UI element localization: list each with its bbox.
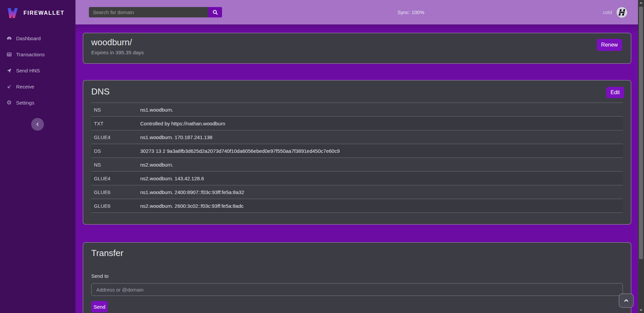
sidebar-item-settings[interactable]: ⚙ Settings [0, 95, 75, 111]
dns-card: DNS Edit NS ns1.woodburn. TXT Controlled… [83, 80, 631, 225]
sidebar-item-label: Receive [16, 84, 34, 89]
record-value: ns1.woodburn. [138, 103, 623, 117]
receive-icon [6, 83, 12, 89]
sidebar-nav: Dashboard Transactions Send HNS Receive … [0, 30, 75, 111]
dns-records-table: NS ns1.woodburn. TXT Controlled by https… [91, 103, 623, 213]
send-to-label: Send to [91, 273, 623, 279]
record-type: NS [91, 103, 138, 117]
record-value: ns2.woodburn. 2600:3c02::f03c:93ff:fe5a:… [138, 199, 623, 213]
record-type: NS [91, 158, 138, 172]
table-row[interactable]: NS ns1.woodburn. [91, 103, 623, 117]
sidebar-collapse-button[interactable] [31, 118, 44, 131]
search-group [89, 7, 222, 17]
firewallet-logo-icon [6, 6, 19, 20]
sidebar-item-label: Transactions [16, 52, 45, 57]
record-value: ns2.woodburn. [138, 158, 623, 172]
record-type: GLUE4 [91, 172, 138, 185]
table-row[interactable]: GLUE6 ns1.woodburn. 2400:8907::f03c:93ff… [91, 185, 623, 199]
record-value: 30273 13 2 9a3a8fb3d625d2a2073d740f10da6… [138, 144, 623, 158]
wallet-indicator[interactable]: cold [603, 0, 628, 24]
record-type: GLUE6 [91, 199, 138, 213]
sidebar-item-dashboard[interactable]: Dashboard [0, 30, 75, 46]
wallet-name: cold [603, 9, 612, 15]
sidebar-item-label: Send HNS [16, 68, 40, 73]
sidebar-item-transactions[interactable]: Transactions [0, 46, 75, 62]
send-button[interactable]: Send [91, 301, 108, 312]
sidebar-item-label: Settings [16, 100, 34, 106]
table-row[interactable]: GLUE4 ns2.woodburn. 143.42.128.6 [91, 172, 623, 185]
scrollbar-thumb[interactable] [639, 7, 643, 259]
brand-name: FIREWALLET [23, 10, 64, 16]
record-value: ns2.woodburn. 143.42.128.6 [138, 172, 623, 185]
chevron-up-icon [623, 298, 629, 304]
scrollbar-up-arrow[interactable] [638, 0, 644, 5]
main-content: woodburn/ Expires in 395.35 days Renew D… [75, 24, 638, 313]
gear-icon: ⚙ [6, 100, 12, 106]
dashboard-icon [6, 35, 12, 41]
transfer-title: Transfer [91, 248, 623, 258]
record-value: ns1.woodburn. 2400:8907::f03c:93ff:fe5a:… [138, 185, 623, 199]
renew-button[interactable]: Renew [597, 39, 622, 51]
send-icon [6, 67, 12, 73]
scrollbar-down-arrow[interactable] [638, 308, 644, 313]
edit-dns-button[interactable]: Edit [606, 87, 624, 98]
record-type: GLUE4 [91, 130, 138, 144]
handshake-logo-icon [616, 6, 628, 18]
domain-expiry: Expires in 395.35 days [91, 50, 623, 56]
transfer-address-input[interactable] [91, 283, 623, 296]
sidebar-item-send-hns[interactable]: Send HNS [0, 62, 75, 78]
scrollbar[interactable] [638, 0, 644, 313]
brand: FIREWALLET [0, 0, 75, 21]
sidebar-item-receive[interactable]: Receive [0, 78, 75, 95]
domain-card: woodburn/ Expires in 395.35 days Renew [83, 33, 631, 64]
transactions-icon [6, 51, 12, 57]
sidebar: FIREWALLET Dashboard Transactions Send H… [0, 0, 75, 313]
table-row[interactable]: GLUE6 ns2.woodburn. 2600:3c02::f03c:93ff… [91, 199, 623, 213]
table-row[interactable]: TXT Controlled by https://nathan.woodbur… [91, 117, 623, 130]
table-row[interactable]: DS 30273 13 2 9a3a8fb3d625d2a2073d740f10… [91, 144, 623, 158]
topbar: Sync: 100% cold [75, 0, 638, 24]
search-button[interactable] [208, 7, 222, 17]
sidebar-item-label: Dashboard [16, 36, 41, 41]
table-row[interactable]: NS ns2.woodburn. [91, 158, 623, 172]
dns-records-body: NS ns1.woodburn. TXT Controlled by https… [91, 103, 623, 213]
dns-title: DNS [91, 86, 623, 97]
transfer-card: Transfer Send to Send [83, 242, 631, 313]
record-value: Controlled by https://nathan.woodburn [138, 117, 623, 130]
search-input[interactable] [89, 7, 208, 17]
record-type: DS [91, 144, 138, 158]
record-type: TXT [91, 117, 138, 130]
record-value: ns1.woodburn. 170.187.241.138 [138, 130, 623, 144]
table-row[interactable]: GLUE4 ns1.woodburn. 170.187.241.138 [91, 130, 623, 144]
domain-title: woodburn/ [91, 37, 623, 48]
search-icon [212, 9, 218, 15]
scroll-top-button[interactable] [619, 294, 634, 308]
sync-status: Sync: 100% [397, 0, 424, 24]
record-type: GLUE6 [91, 185, 138, 199]
chevron-left-icon [35, 122, 40, 127]
